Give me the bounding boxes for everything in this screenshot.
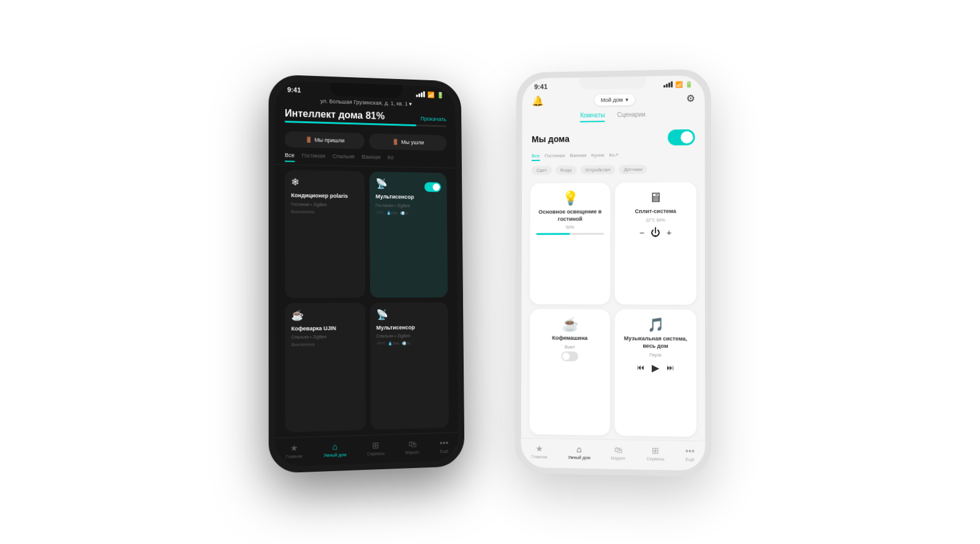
dark-device-multisensor1[interactable]: 📡 Мультисенсор Гостиная • ZigBee +5°C 💧2… <box>369 172 448 298</box>
climate-name: Сплит-система <box>635 208 676 216</box>
market-icon: 🛍 <box>408 439 417 449</box>
dark-nav-more[interactable]: ••• Ещё <box>440 438 448 454</box>
dark-status-icons: 📶 🔋 <box>416 91 443 98</box>
dark-device-multisensor2[interactable]: 📡 Мультисенсор Спальня • ZigBee -16°C 💧2… <box>370 302 449 430</box>
plus-button[interactable]: + <box>666 227 671 237</box>
next-button[interactable]: ⏭ <box>666 363 674 372</box>
dark-nav-home[interactable]: ★ Главная <box>285 442 302 459</box>
play-button[interactable]: ▶ <box>652 362 659 374</box>
dark-notch <box>330 83 402 99</box>
coffee-toggle[interactable] <box>561 352 578 361</box>
conditioner-icon: ❄ <box>291 176 304 190</box>
minus-button[interactable]: − <box>639 228 644 238</box>
light-filter-light[interactable]: Свет <box>532 165 552 175</box>
light-devices-grid: 💡 Основное освещение в гостиной 50% 🖥 Сп… <box>521 178 705 440</box>
coffee-machine-icon: ☕ <box>562 317 578 333</box>
settings-icon[interactable]: ⚙ <box>686 93 695 104</box>
dark-devices-grid: ❄ Кондиционер polaris Гостиная • ZigBee … <box>275 165 459 438</box>
light-tab-rooms[interactable]: Комнаты <box>580 111 605 122</box>
power-button[interactable]: ⏻ <box>650 227 660 238</box>
light-home-toggle[interactable] <box>668 129 695 146</box>
lighting-sub: 50% <box>566 225 575 230</box>
light-tab-scenarios[interactable]: Сценарии <box>617 111 646 122</box>
light-phone: 9:41 📶 🔋 🔔 Мой дом ▾ <box>515 69 712 477</box>
light-filter-sensors[interactable]: Датчики <box>619 165 647 174</box>
coffee-name: Кофемашина <box>552 335 587 342</box>
multisensor2-location: Спальня • ZigBee <box>376 333 442 339</box>
multisensor1-toggle[interactable] <box>424 182 441 192</box>
prev-button[interactable]: ⏮ <box>637 363 644 372</box>
wifi-icon: 📶 <box>428 91 435 98</box>
light-signal-icon <box>663 81 673 88</box>
dark-phone: 9:41 📶 🔋 ул. Большая Грузинская, д. 1, к… <box>268 74 464 474</box>
coffee-icon: ☕ <box>291 309 304 323</box>
light-nav-more[interactable]: ••• Ещё <box>685 446 695 462</box>
conditioner-name: Кондиционер polaris <box>291 192 358 200</box>
light-market-icon: 🛍 <box>614 445 622 455</box>
grid-icon: ⊞ <box>372 440 380 450</box>
coffee-sub: Выкл <box>565 345 575 349</box>
light-battery-icon: 🔋 <box>685 81 692 88</box>
dark-left-button[interactable]: 🚪 Мы ушли <box>369 134 447 151</box>
light-filter-water[interactable]: Вода <box>556 165 576 175</box>
more-icon: ••• <box>440 438 448 448</box>
climate-controls: − ⏻ + <box>639 227 672 238</box>
dark-nav-market[interactable]: 🛍 Маркет <box>405 439 420 455</box>
light-bulb-icon: 💡 <box>562 191 578 206</box>
dark-nav-services[interactable]: ⊞ Сервисы <box>367 440 385 456</box>
dark-tab-living[interactable]: Гостиная <box>302 153 325 163</box>
dark-intellect-sub: Прокачать <box>421 116 447 123</box>
signal-icon <box>416 91 425 97</box>
dark-came-button[interactable]: 🚪 Мы пришли <box>285 131 364 149</box>
dark-intellect-title: Интеллект дома 81% <box>285 108 385 122</box>
light-nav-smart[interactable]: ⌂ Умный дом <box>568 444 590 460</box>
light-nav-services[interactable]: ⊞ Сервисы <box>646 445 664 461</box>
light-wifi-icon: 📶 <box>675 81 682 88</box>
light-home-icon: ⌂ <box>576 444 581 454</box>
light-room-more[interactable]: Ко↗ <box>609 152 619 160</box>
light-main-tabs: Комнаты Сценарии <box>522 108 704 128</box>
multisensor1-icon: 📡 <box>375 178 389 191</box>
music-controls: ⏮ ▶ ⏭ <box>637 361 674 374</box>
light-nav-market[interactable]: 🛍 Маркет <box>611 445 625 461</box>
scene: 9:41 📶 🔋 ул. Большая Грузинская, д. 1, к… <box>0 0 980 544</box>
light-notch <box>579 77 646 90</box>
light-nav-home[interactable]: ★ Главная <box>531 444 547 459</box>
coffee-status: Выключена <box>292 342 360 347</box>
music-name: Музыкальная система, весь дом <box>621 336 690 350</box>
light-home-selector[interactable]: Мой дом ▾ <box>595 94 635 105</box>
light-device-climate[interactable]: 🖥 Сплит-система 22°C 80% − ⏻ + <box>615 182 696 305</box>
conditioner-location: Гостиная • ZigBee <box>291 202 358 208</box>
light-filter-devices[interactable]: Устройства <box>580 165 615 174</box>
light-device-music[interactable]: 🎵 Музыкальная система, весь дом Пауза ⏮ … <box>615 309 696 437</box>
music-sub: Пауза <box>649 352 662 357</box>
multisensor1-name: Мультисенсор <box>375 194 441 201</box>
light-screen: 9:41 📶 🔋 🔔 Мой дом ▾ <box>521 75 706 471</box>
light-room-kitchen[interactable]: Кухня <box>591 153 604 161</box>
climate-icon: 🖥 <box>649 190 662 206</box>
light-filter-tabs: Свет Вода Устройства Датчики <box>522 162 705 180</box>
light-header: 🔔 Мой дом ▾ ⚙ <box>522 90 705 111</box>
dark-device-conditioner[interactable]: ❄ Кондиционер polaris Гостиная • ZigBee … <box>285 170 365 298</box>
dark-tab-all[interactable]: Все <box>285 152 295 162</box>
dark-nav-smart[interactable]: ⌂ Умный дом <box>323 441 346 458</box>
dark-time: 9:41 <box>287 86 301 94</box>
dark-tab-bathroom[interactable]: Ванная <box>362 154 380 164</box>
multisensor2-name: Мультисенсор <box>376 323 442 331</box>
light-device-coffee[interactable]: ☕ Кофемашина Выкл <box>530 309 610 436</box>
light-device-lighting[interactable]: 💡 Основное освещение в гостиной 50% <box>530 183 610 304</box>
multisensor1-stats: +5°C 💧20% 💨20 <box>375 210 441 215</box>
dark-presence-buttons: 🚪 Мы пришли 🚪 Мы ушли <box>275 126 456 156</box>
light-star-icon: ★ <box>535 444 543 453</box>
light-room-living[interactable]: Гостиная <box>545 153 565 161</box>
light-room-all[interactable]: Все <box>532 153 540 161</box>
dark-device-coffee[interactable]: ☕ Кофеварка UJIN Спальня • ZigBee Выключ… <box>285 303 366 433</box>
bell-icon[interactable]: 🔔 <box>532 95 544 107</box>
dark-tab-more[interactable]: Ко <box>388 154 394 164</box>
multisensor2-icon: 📡 <box>376 308 390 322</box>
multisensor1-location: Гостиная • ZigBee <box>375 202 441 208</box>
dark-tab-bedroom[interactable]: Спальня <box>333 153 355 164</box>
light-status-icons: 📶 🔋 <box>663 81 692 88</box>
dark-screen: 9:41 📶 🔋 ул. Большая Грузинская, д. 1, к… <box>275 81 459 467</box>
light-room-bathroom[interactable]: Ванная <box>570 153 586 161</box>
